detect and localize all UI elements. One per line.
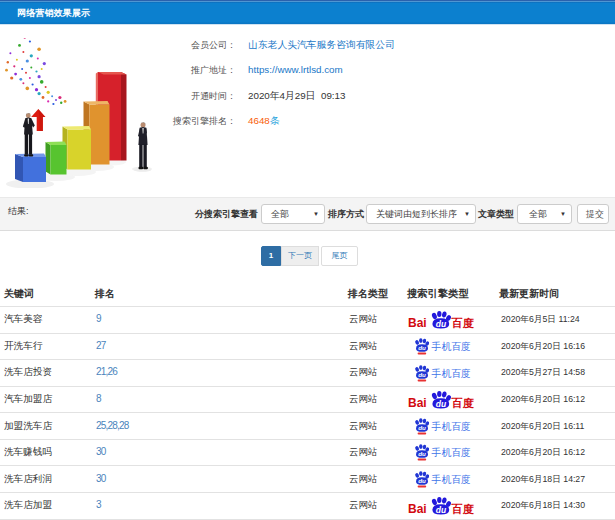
svg-text:du: du	[418, 344, 426, 351]
svg-text:du: du	[418, 424, 426, 431]
svg-text:du: du	[418, 477, 426, 484]
svg-text:du: du	[435, 504, 446, 514]
svg-text:du: du	[418, 371, 426, 378]
svg-text:du: du	[435, 319, 446, 329]
svg-text:du: du	[418, 451, 426, 458]
svg-text:du: du	[435, 398, 446, 408]
